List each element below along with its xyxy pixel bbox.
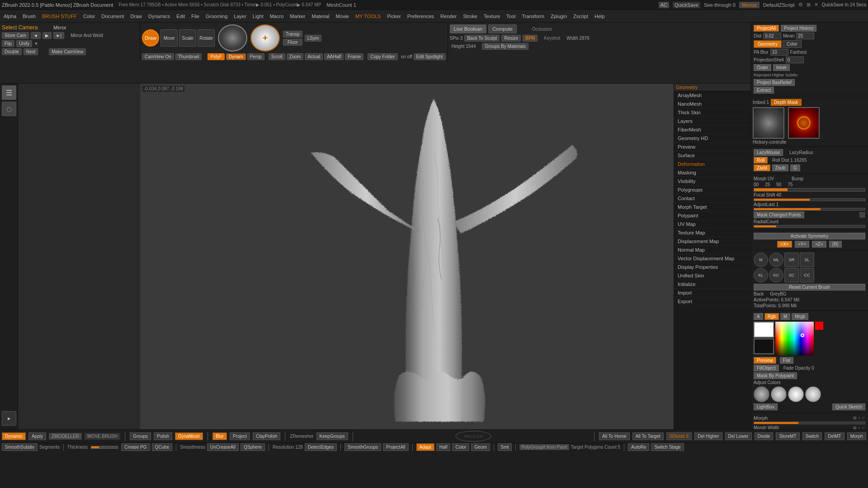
g-btn[interactable]: G [790, 164, 800, 171]
bpr-btn[interactable]: BPR [523, 35, 538, 42]
make-cam-view-btn[interactable]: Make CamView [49, 48, 86, 55]
outer-btn[interactable]: Outer [754, 64, 771, 71]
nano-mesh-item[interactable]: NanoMesh [674, 100, 750, 108]
lazy-mouse-btn[interactable]: LazyMouse [754, 149, 783, 156]
polypaint-item[interactable]: Polypaint [674, 211, 750, 220]
contact-item[interactable]: Contact [674, 194, 750, 203]
mask-by-polypaint-btn[interactable]: Mask By Polypaint [754, 372, 797, 379]
menu-movie[interactable]: Movie [334, 13, 351, 20]
menu-stroke[interactable]: Stroke [461, 13, 479, 20]
menu-file[interactable]: File [189, 13, 201, 20]
qcube-btn[interactable]: QCube [152, 443, 173, 451]
white-swatch[interactable] [754, 322, 774, 338]
texture-map-item[interactable]: Texture Map [674, 229, 750, 237]
menu-alpha[interactable]: Alpha [2, 13, 18, 20]
scroll-btn[interactable]: Scroll [269, 53, 285, 60]
menu-layer[interactable]: Layer [232, 13, 248, 20]
zoom-btn[interactable]: Zoom [287, 53, 304, 60]
m-btn[interactable]: M [780, 313, 790, 320]
depth-mask-btn[interactable]: Depth Mask [771, 99, 801, 106]
extract-btn[interactable]: Extract [754, 87, 774, 94]
morph-btn[interactable]: Morph [847, 432, 866, 440]
menu-preferences[interactable]: Preferences [406, 13, 436, 20]
array-mesh-item[interactable]: ArrayMesh [674, 91, 750, 100]
edit-spotlight-btn[interactable]: Edit Spotlight [414, 53, 446, 60]
preview-item[interactable]: Preview [674, 143, 750, 151]
flat-btn[interactable]: Flat [780, 357, 794, 364]
move-brush-label[interactable]: MOVE BRUSH [85, 433, 120, 440]
play-cam-btn[interactable]: ▶ [42, 32, 52, 39]
a-btn[interactable]: A [754, 313, 763, 320]
ac-label[interactable]: AC [659, 2, 669, 8]
morph-uv-slider[interactable] [754, 188, 865, 192]
menu-transform[interactable]: Transform [520, 13, 546, 20]
crease-pg-btn[interactable]: Crease PG [121, 443, 150, 451]
half-btn[interactable]: Half [436, 443, 451, 451]
fill-object-btn[interactable]: FillObject [754, 365, 779, 371]
settings-icon[interactable]: ⚙ [798, 2, 803, 8]
adapt-btn[interactable]: Adapt [416, 443, 434, 451]
all-to-target-btn[interactable]: All To Target [632, 432, 664, 440]
reset-current-brush-btn[interactable]: Reset Current Brush [754, 284, 865, 291]
live-boolean-btn[interactable]: Live Boolean [450, 24, 487, 33]
mean-input[interactable]: 25 [796, 33, 814, 39]
fade-opacity-label[interactable]: Fade Opacity 0 [783, 366, 814, 371]
display-properties-item[interactable]: Display Properties [674, 263, 750, 272]
uncrease-all-btn[interactable]: UnCreaseAll [207, 443, 239, 451]
sym-z-btn[interactable]: >Z< [812, 241, 826, 248]
smooth-groups-btn[interactable]: SmoothGroups [344, 443, 381, 451]
project-history-btn[interactable]: Project History [781, 25, 816, 32]
smooth-subdiv-btn[interactable]: SmoothSubdiv [2, 443, 38, 451]
knife-la-icon[interactable]: KL [754, 268, 768, 282]
menu-edit[interactable]: Edit [175, 13, 187, 20]
masking-item[interactable]: Masking [674, 169, 750, 177]
tool-icon-bottom[interactable]: ▸ [2, 411, 16, 426]
adjust-last-slider[interactable] [754, 208, 865, 211]
copy-folder-btn[interactable]: Copy Folder [368, 53, 397, 60]
menu-document[interactable]: Document [99, 13, 126, 20]
menu-color[interactable]: Color [81, 13, 97, 20]
roll-btn[interactable]: Roll [754, 157, 768, 164]
floor-btn[interactable]: Floor [283, 39, 302, 46]
resolution-label[interactable]: Resolution 128 [273, 445, 303, 450]
layers-item[interactable]: Layers [674, 117, 750, 126]
tool-icon-2[interactable]: ◌ [2, 102, 16, 116]
projection-shell-input[interactable] [786, 56, 804, 63]
select-camera-label[interactable]: Select Camera [2, 24, 42, 31]
color-picker[interactable] [775, 322, 814, 356]
del-lower-btn[interactable]: Del Lower [725, 432, 752, 440]
lsym-btn[interactable]: LSym [305, 35, 322, 42]
import-item[interactable]: Import [674, 289, 750, 297]
polish-btn[interactable]: Polish [154, 432, 172, 440]
morph-target-item[interactable]: Morph Target [674, 203, 750, 211]
groups-by-materials-btn[interactable]: Groups By Materials [482, 43, 528, 50]
cam-view-on-btn[interactable]: CamView On [142, 53, 174, 60]
initialize-item[interactable]: Initialize [674, 280, 750, 289]
canvas-area[interactable]: -0.034,0.087,-0.188 [140, 84, 750, 429]
rgb-btn[interactable]: Rgb [764, 313, 779, 320]
mesh-count[interactable]: MeshCount 1 [326, 2, 356, 8]
polygroups-item[interactable]: Polygroups [674, 186, 750, 194]
switch-stage-btn[interactable]: Switch Stage [651, 443, 684, 451]
brush-thumb-1[interactable] [218, 24, 247, 52]
menu-grooming[interactable]: Grooming [204, 13, 229, 20]
adjust-colors-label[interactable]: Adjust Colors [754, 380, 780, 385]
vector-displacement-item[interactable]: Vector Displacement Map [674, 254, 750, 263]
fiber-mesh-item[interactable]: FiberMesh [674, 126, 750, 134]
flip-btn[interactable]: Flip [2, 40, 14, 47]
unify-btn[interactable]: Unify [16, 40, 32, 47]
menu-material[interactable]: Material [310, 13, 331, 20]
dynamic-btn[interactable]: Dynamic [2, 432, 26, 440]
back-label[interactable]: Back [754, 291, 764, 296]
menu-tool[interactable]: Tool [505, 13, 517, 20]
project-basrelief-btn[interactable]: Project BasRelief [754, 79, 795, 86]
keep-groups-btn[interactable]: KeepGroups [316, 432, 348, 440]
store-mt-btn[interactable]: StoreMT [776, 432, 799, 440]
uv-map-item[interactable]: UV Map [674, 220, 750, 229]
detect-edges-btn[interactable]: DetectEdges [305, 443, 337, 451]
zmodeller-label[interactable]: ZMODELLER [49, 433, 82, 440]
geometry-hd-item[interactable]: Geometry HD [674, 134, 750, 143]
dyna-mesh-btn[interactable]: DynaMesh [175, 432, 203, 440]
menu-marker[interactable]: Marker [288, 13, 307, 20]
mask-la-icon[interactable]: ML [769, 253, 783, 267]
